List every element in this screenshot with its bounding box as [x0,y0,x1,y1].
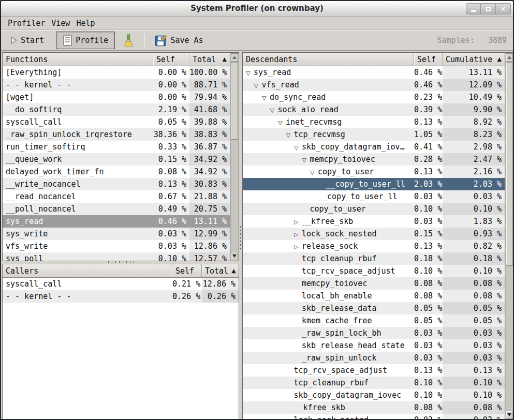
function-row[interactable]: - - kernel - -0.00 %88.71 % [3,79,230,91]
total-column-header[interactable]: Total▲ [189,53,230,66]
cumulative-value: 13.11 % [443,66,505,79]
descendant-row[interactable]: lock_sock_nested0.03 %0.03 % [243,414,505,419]
menu-view[interactable]: View [48,18,73,29]
descendant-row[interactable]: tcp_cleanup_rbuf0.18 %0.18 % [243,252,505,265]
total-value: 36.87 % [189,141,230,153]
descendant-row[interactable]: skb_release_head_state0.03 %0.03 % [243,339,505,352]
close-button[interactable]: ✕ [496,3,511,14]
reset-profile-button[interactable] [118,31,139,51]
descendant-row[interactable]: ▽copy_to_user0.13 %2.16 % [243,166,505,178]
menu-help[interactable]: Help [73,18,98,29]
start-icon [10,36,18,44]
function-row[interactable]: __read_nocancel0.67 %21.88 % [3,190,230,203]
function-row[interactable]: __poll_nocancel0.49 %20.75 % [3,203,230,215]
descendant-row[interactable]: __copy_to_user_ll0.03 %0.03 % [243,190,505,203]
function-row[interactable]: __do_softirq2.19 %41.68 % [3,103,230,116]
expander-expanded-icon[interactable]: ▽ [246,67,254,79]
scroll-down-button[interactable] [506,411,513,419]
start-label: Start [21,36,44,45]
descendants-column-header[interactable]: Descendants [243,53,414,66]
function-row[interactable]: __write_nocancel0.13 %30.83 % [3,178,230,190]
titlebar[interactable]: System Profiler (on crownbay) ✕ [1,1,513,17]
function-row[interactable]: [Everything]0.00 %100.00 % [3,66,230,79]
functions-scrollbar[interactable] [230,53,239,261]
descendant-row[interactable]: ▽tcp_recvmsg1.05 %8.23 % [243,128,505,141]
save-as-button[interactable]: Save As [150,31,208,50]
descendant-row[interactable]: ▽skb_copy_datagram_iov…0.41 %2.98 % [243,141,505,153]
descendant-row[interactable]: tcp_cleanup_rbuf0.10 %0.10 % [243,377,505,389]
expander-expanded-icon[interactable]: ▽ [254,80,262,91]
scrollbar-thumb[interactable] [231,62,238,140]
expander-expanded-icon[interactable]: ▽ [278,117,286,128]
maximize-button[interactable] [481,3,496,14]
function-row[interactable]: [wget]0.00 %79.94 % [3,91,230,103]
callers-column-header[interactable]: Callers [3,264,172,278]
total-column-header[interactable]: Total▲ [202,264,239,278]
descendant-row[interactable]: ▽sock_aio_read0.39 %9.90 % [243,103,505,116]
function-row[interactable]: sys_poll0.10 %12.57 % [3,252,230,261]
horizontal-splitter-handle[interactable] [107,261,136,263]
descendant-row[interactable]: kmem_cache_free0.05 %0.05 % [243,314,505,327]
expander-collapsed-icon[interactable]: ▷ [294,216,302,228]
function-row[interactable]: vfs_write0.03 %12.86 % [3,240,230,252]
descendants-scrollbar[interactable] [505,53,513,419]
expander-collapsed-icon[interactable]: ▷ [294,229,302,240]
scrollbar-thumb[interactable] [506,62,513,266]
scroll-up-button[interactable] [506,53,513,62]
function-row[interactable]: run_timer_softirq0.33 %36.87 % [3,141,230,153]
descendant-row[interactable]: copy_to_user0.10 %0.10 % [243,203,505,215]
self-column-header[interactable]: Self [414,53,443,66]
self-value: 0.46 % [153,215,189,228]
descendant-row[interactable]: ▷release_sock0.13 %0.82 % [243,240,505,252]
descendant-row[interactable]: _raw_spin_lock_bh0.03 %0.03 % [243,327,505,339]
caller-row[interactable]: - - kernel - -0.26 %0.26 % [3,290,239,303]
function-row[interactable]: _raw_spin_unlock_irqrestore38.36 %38.83 … [3,128,230,141]
descendant-row[interactable]: ▽vfs_read0.46 %12.09 % [243,79,505,91]
menu-profiler[interactable]: Profiler [5,18,48,29]
expander-expanded-icon[interactable]: ▽ [262,92,270,103]
descendant-row[interactable]: ▷lock_sock_nested0.15 %0.93 % [243,228,505,240]
function-row[interactable]: __queue_work0.15 %34.92 % [3,153,230,166]
descendant-row[interactable]: __kfree_skb0.08 %0.08 % [243,401,505,414]
descendant-row[interactable]: skb_copy_datagram_iovec0.10 %0.10 % [243,389,505,401]
self-value: 0.23 % [414,91,443,103]
expander-expanded-icon[interactable]: ▽ [286,129,294,141]
descendant-row[interactable]: ▷__kfree_skb0.03 %1.83 % [243,215,505,228]
descendant-row[interactable]: _raw_spin_unlock0.03 %0.03 % [243,352,505,364]
vertical-splitter-handle[interactable] [239,225,242,250]
descendant-row[interactable]: skb_release_data0.05 %0.05 % [243,302,505,314]
descendant-row[interactable]: ▽sys_read0.46 %13.11 % [243,66,505,79]
descendant-row[interactable]: tcp_rcv_space_adjust0.13 %0.13 % [243,364,505,377]
functions-column-header[interactable]: Functions [3,53,153,66]
minimize-button[interactable] [466,3,481,14]
scroll-down-button[interactable] [231,252,238,260]
self-value: 0.03 % [414,352,443,364]
function-row[interactable]: syscall_call0.05 %39.88 % [3,116,230,128]
function-row[interactable]: sys_write0.03 %12.99 % [3,228,230,240]
self-column-header[interactable]: Self [153,53,189,66]
descendant-row[interactable]: memcpy_toiovec0.08 %0.08 % [243,277,505,290]
start-button[interactable]: Start [5,33,49,48]
expander-collapsed-icon[interactable]: ▷ [294,241,302,252]
self-column-header[interactable]: Self [172,264,202,278]
profile-button[interactable]: Profile [56,32,115,49]
self-value: 0.39 % [414,103,443,116]
descendant-row[interactable]: tcp_rcv_space_adjust0.10 %0.10 % [243,265,505,277]
expander-expanded-icon[interactable]: ▽ [294,142,302,153]
expander-expanded-icon[interactable]: ▽ [310,167,318,178]
expander-expanded-icon[interactable]: ▽ [302,154,310,166]
cumulative-value: 0.05 % [443,314,505,327]
descendant-row[interactable]: ▽inet_recvmsg0.13 %8.92 % [243,116,505,128]
function-row[interactable]: delayed_work_timer_fn0.08 %34.92 % [3,166,230,178]
cumulative-column-header[interactable]: Cumulative▲ [443,53,505,66]
descendant-row[interactable]: ▽memcpy_toiovec0.28 %2.47 % [243,153,505,166]
expander-expanded-icon[interactable]: ▽ [270,104,278,116]
scroll-up-button[interactable] [231,53,238,62]
descendant-row[interactable]: local_bh_enable0.08 %0.08 % [243,290,505,302]
descendant-name: vfs_read [262,80,299,89]
caller-row[interactable]: syscall_call0.21 %12.86 % [3,278,239,290]
function-row[interactable]: sys_read0.46 %13.11 % [3,215,230,228]
function-name: __queue_work [6,155,62,164]
descendant-row[interactable]: ▽do_sync_read0.23 %10.49 % [243,91,505,103]
descendant-row[interactable]: __copy_to_user_ll2.03 %2.03 % [243,178,505,190]
